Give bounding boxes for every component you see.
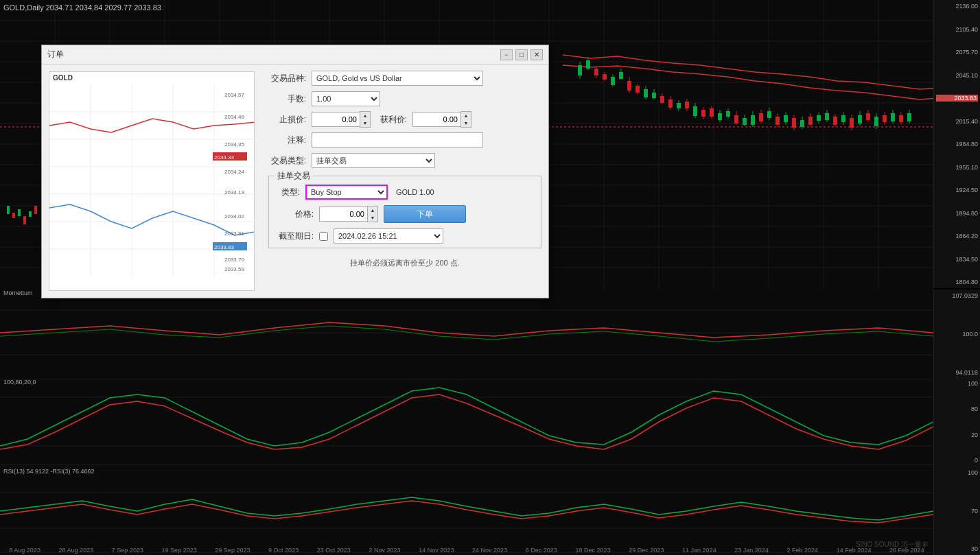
expiry-checkbox[interactable] (319, 232, 328, 241)
svg-text:2034.33: 2034.33 (214, 154, 234, 161)
momentum-label: Momettum (3, 290, 33, 296)
notice-text: 挂单价必须远离市价至少 200 点. (268, 258, 541, 268)
price-up[interactable]: ▲ (368, 206, 377, 214)
date-aug8: 8 Aug 2023 (9, 547, 40, 554)
takeprofit-arrows: ▲ ▼ (460, 111, 471, 128)
takeprofit-down[interactable]: ▼ (461, 119, 471, 127)
expiry-row: 截至期日: 2024.02.26 15:21 (276, 228, 534, 244)
order-dialog: 订单 － □ ✕ GOLD (41, 45, 549, 298)
svg-rect-116 (23, 216, 26, 224)
svg-rect-113 (7, 206, 10, 214)
order-type-row: 交易类型: 挂单交易 即时交易 (268, 152, 541, 169)
date-dec18: 18 Dec 2023 (576, 547, 611, 554)
rsi-chart-svg (0, 467, 933, 555)
svg-rect-115 (18, 209, 21, 216)
gold-badge: GOLD 1.00 (396, 188, 434, 196)
dialog-form: 交易品种: GOLD, Gold vs US Dollar 手数: 1.00 止… (261, 64, 548, 298)
symbol-select[interactable]: GOLD, Gold vs US Dollar (312, 71, 483, 86)
date-labels: 8 Aug 2023 28 Aug 2023 7 Sep 2023 19 Sep… (0, 547, 933, 554)
section-title: 挂单交易 (275, 170, 313, 182)
date-sep7: 7 Sep 2023 (112, 547, 143, 554)
price-2075: 2075.70 (936, 49, 978, 56)
price-2033: 2033.83 (936, 95, 978, 102)
price-scale-main: 2136.00 2105.40 2075.70 2045.10 2033.83 … (933, 0, 980, 288)
price-2136: 2136.00 (936, 3, 978, 10)
takeprofit-label: 获利价: (376, 114, 407, 126)
top-bar: GOLD,Daily 2034.71 2034,84 2029.77 2033.… (3, 3, 161, 12)
date-dec29: 29 Dec 2023 (629, 547, 664, 554)
price-label: 价格: (276, 209, 314, 220)
date-oct23: 23 Oct 2023 (317, 547, 351, 554)
type-label: 类型: (276, 187, 300, 198)
date-feb2: 2 Feb 2024 (787, 547, 819, 554)
mini-chart-title: GOLD (53, 74, 73, 82)
stoch-label: 100,80,20,0 (3, 379, 36, 386)
lots-row: 手数: 1.00 (268, 91, 541, 107)
sltp-row: 止损价: ▲ ▼ 获利价: ▲ ▼ (268, 111, 541, 128)
price-2015: 2015.40 (936, 118, 978, 125)
stoploss-input[interactable] (312, 112, 360, 127)
price-2045: 2045.10 (936, 72, 978, 79)
price-2105: 2105.40 (936, 26, 978, 33)
price-down[interactable]: ▼ (368, 214, 377, 222)
order-type-select[interactable]: 挂单交易 即时交易 (312, 153, 435, 168)
takeprofit-input[interactable] (412, 112, 460, 127)
rsi-scale: 100 70 30 (933, 467, 980, 555)
svg-rect-126 (0, 377, 933, 467)
svg-text:2034.02: 2034.02 (224, 213, 244, 220)
svg-text:2033.91: 2033.91 (224, 231, 244, 237)
date-sep19: 19 Sep 2023 (162, 547, 197, 554)
dialog-titlebar: 订单 － □ ✕ (42, 45, 548, 64)
price-1804: 1804.80 (936, 279, 978, 285)
type-row: 类型: Buy Stop Sell Stop Buy Limit Sell Li… (276, 185, 534, 200)
rsi-label: RSI(13) 54.9122 -RSI(3) 76.4662 (3, 468, 95, 475)
pending-order-section: 挂单交易 类型: Buy Stop Sell Stop Buy Limit Se… (268, 176, 541, 248)
watermark: SINO SOUND 滔一量丰 (856, 540, 929, 550)
date-jan23: 23 Jan 2024 (734, 547, 769, 554)
price-spinbox: ▲ ▼ (319, 206, 378, 222)
expiry-select[interactable]: 2024.02.26 15:21 (334, 228, 443, 244)
close-button[interactable]: ✕ (530, 49, 543, 60)
svg-text:2034.13: 2034.13 (224, 189, 244, 196)
stoch-scale: 100 80 20 0 (933, 377, 980, 467)
svg-rect-117 (29, 211, 32, 217)
date-jan11: 11 Jan 2024 (682, 547, 716, 554)
date-aug28: 28 Aug 2023 (59, 547, 94, 554)
date-nov2: 2 Nov 2023 (369, 547, 401, 554)
place-order-button[interactable]: 下单 (384, 205, 466, 223)
momentum-scale: 107.0329 100.0 94.0118 (933, 290, 980, 379)
symbol-row: 交易品种: GOLD, Gold vs US Dollar (268, 70, 541, 86)
svg-text:2034.57: 2034.57 (224, 92, 244, 98)
svg-text:2034.24: 2034.24 (224, 169, 244, 175)
price-1984: 1984.80 (936, 141, 978, 147)
price-1834: 1834.50 (936, 256, 978, 263)
svg-text:2034.35: 2034.35 (224, 141, 244, 147)
date-oct9: 9 Oct 2023 (268, 547, 299, 554)
buy-stop-select[interactable]: Buy Stop Sell Stop Buy Limit Sell Limit … (305, 185, 388, 200)
price-1924: 1924.50 (936, 187, 978, 193)
comment-input[interactable] (312, 132, 483, 147)
takeprofit-spinbox: ▲ ▼ (412, 111, 471, 128)
maximize-button[interactable]: □ (515, 49, 528, 60)
svg-text:2034.46: 2034.46 (224, 114, 244, 120)
date-nov14: 14 Nov 2023 (419, 547, 454, 554)
date-sep29: 29 Sep 2023 (215, 547, 250, 554)
expiry-label: 截至期日: (276, 231, 314, 242)
stoploss-up[interactable]: ▲ (360, 112, 370, 119)
price-input[interactable] (319, 206, 367, 222)
dialog-body: GOLD (42, 64, 548, 298)
price-row: 价格: ▲ ▼ 下单 (276, 205, 534, 223)
date-nov24: 24 Nov 2023 (472, 547, 507, 554)
stoploss-down[interactable]: ▼ (360, 119, 370, 127)
symbol-label: 交易品种: (268, 73, 306, 84)
svg-rect-114 (12, 213, 15, 218)
price-arrows: ▲ ▼ (367, 206, 378, 222)
takeprofit-up[interactable]: ▲ (461, 112, 471, 119)
svg-text:2033.83: 2033.83 (214, 244, 234, 250)
price-1955: 1955.10 (936, 164, 978, 171)
date-dec6: 6 Dec 2023 (526, 547, 557, 554)
svg-text:2033.70: 2033.70 (224, 257, 244, 263)
lots-label: 手数: (268, 93, 306, 105)
lots-select[interactable]: 1.00 (312, 91, 380, 106)
minimize-button[interactable]: － (500, 49, 513, 60)
